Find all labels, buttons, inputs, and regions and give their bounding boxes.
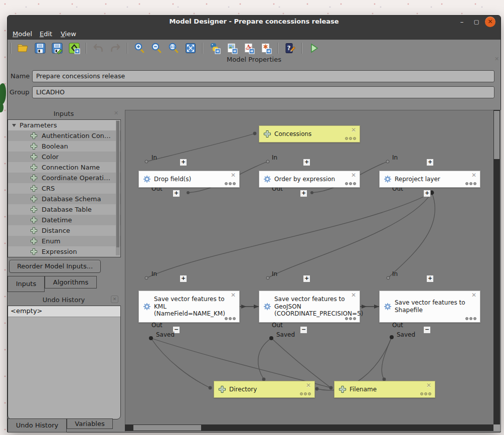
expand-socket-button[interactable]: + (426, 159, 434, 166)
in-socket-dot[interactable] (145, 276, 148, 279)
expand-socket-button[interactable]: + (180, 159, 187, 166)
save-model-in-project-icon[interactable] (68, 42, 81, 55)
tab-inputs[interactable]: Inputs (8, 276, 45, 292)
out-socket-dot[interactable] (187, 191, 190, 194)
node-comment-icon[interactable] (420, 392, 431, 395)
model-node-directory[interactable]: Directory ✕ (214, 381, 315, 398)
menu-view[interactable]: View (61, 30, 76, 38)
scrollbar-handle[interactable] (494, 111, 499, 159)
close-inputs-panel-icon[interactable]: ✕ (114, 110, 118, 116)
delete-node-icon[interactable]: ✕ (351, 292, 356, 299)
saved-socket-dot[interactable] (149, 336, 153, 340)
in-socket-dot[interactable] (386, 160, 389, 163)
node-comment-icon[interactable] (300, 392, 311, 395)
scrollbar-handle[interactable] (133, 425, 201, 430)
delete-node-icon[interactable]: ✕ (306, 382, 311, 389)
expand-socket-button[interactable]: + (180, 275, 187, 282)
tree-item[interactable]: Connection Name (8, 162, 120, 173)
expand-socket-button[interactable]: + (303, 275, 310, 282)
node-comment-icon[interactable] (465, 182, 476, 185)
node-comment-icon[interactable] (225, 317, 236, 320)
delete-node-icon[interactable]: ✕ (471, 292, 476, 299)
open-model-icon[interactable] (17, 42, 30, 55)
undo-icon[interactable] (92, 42, 105, 55)
node-comment-icon[interactable] (345, 137, 356, 140)
tree-item[interactable]: Authentication Con… (8, 130, 120, 141)
delete-node-icon[interactable]: ✕ (351, 172, 356, 179)
tree-item[interactable]: Coordinate Operati… (8, 173, 120, 183)
tab-algorithms[interactable]: Algorithms (45, 276, 97, 288)
model-node-concessions[interactable]: Concessions ✕ (259, 125, 360, 142)
delete-node-icon[interactable]: ✕ (231, 292, 236, 299)
in-socket-dot[interactable] (387, 276, 390, 279)
delete-node-icon[interactable]: ✕ (351, 126, 356, 133)
titlebar[interactable]: Model Designer - Prepare concessions rel… (8, 16, 500, 29)
model-node-drop-fields[interactable]: Drop field(s) ✕ (138, 171, 240, 188)
delete-node-icon[interactable]: ✕ (426, 382, 431, 389)
out-socket-dot[interactable] (310, 191, 313, 194)
close-undo-panel-icon[interactable]: ✕ (111, 296, 118, 303)
help-icon[interactable]: ? (283, 42, 296, 55)
close-properties-icon[interactable]: ✕ (494, 56, 499, 62)
tab-variables[interactable]: Variables (67, 418, 113, 429)
minimize-button[interactable]: – (457, 17, 467, 27)
model-node-save-geojson[interactable]: Save vector features to GeoJSON (COORDIN… (259, 291, 360, 323)
menu-edit[interactable]: Edit (40, 30, 52, 38)
menu-model[interactable]: Model (13, 30, 32, 38)
tree-item[interactable]: Database Table (8, 204, 120, 215)
saved-socket-dot[interactable] (390, 335, 394, 339)
tree-group-parameters[interactable]: Parameters (8, 120, 120, 130)
tree-item[interactable]: Distance (8, 225, 120, 236)
save-model-icon[interactable] (34, 42, 47, 55)
param-anchor-dot[interactable] (329, 386, 333, 390)
in-socket-dot[interactable] (266, 160, 269, 163)
tree-item[interactable]: Database Schema (8, 194, 120, 204)
in-socket-dot[interactable] (266, 276, 269, 279)
inputs-tree-scrollbar[interactable] (116, 120, 120, 255)
close-button[interactable]: ✕ (485, 17, 495, 27)
model-node-reproject-layer[interactable]: Reproject layer ✕ (379, 171, 480, 188)
tree-item[interactable]: Boolean (8, 141, 120, 152)
tree-item[interactable]: Expression (8, 246, 120, 257)
group-field[interactable]: LICADHO (32, 86, 494, 98)
param-anchor-dot[interactable] (253, 132, 257, 135)
zoom-actual-icon[interactable]: 1:1 (167, 42, 180, 55)
node-comment-icon[interactable] (345, 317, 356, 320)
zoom-full-icon[interactable] (184, 42, 197, 55)
tab-undo-history[interactable]: Undo History (8, 418, 67, 432)
reorder-model-inputs-button[interactable]: Reorder Model Inputs... (9, 260, 101, 273)
canvas-horizontal-scrollbar[interactable] (125, 424, 493, 431)
export-as-pdf-icon[interactable]: A (242, 42, 255, 55)
zoom-out-icon[interactable] (150, 42, 163, 55)
delete-node-icon[interactable]: ✕ (471, 172, 476, 179)
run-model-icon[interactable] (307, 42, 320, 55)
collapse-triangle-icon[interactable] (12, 124, 16, 127)
tree-item[interactable]: CRS (8, 183, 120, 194)
expand-socket-button[interactable]: + (426, 275, 434, 282)
undo-history-empty-item[interactable]: <empty> (8, 306, 120, 317)
model-node-save-kml[interactable]: Save vector features to KML (NameField=N… (138, 291, 240, 323)
delete-node-icon[interactable]: ✕ (231, 172, 236, 179)
tree-item[interactable]: Datetime (8, 215, 120, 225)
tree-item[interactable]: Enum (8, 236, 120, 246)
in-socket-dot[interactable] (145, 160, 148, 163)
node-comment-icon[interactable] (465, 317, 476, 320)
collapse-socket-button[interactable]: − (423, 326, 431, 334)
expand-socket-button[interactable]: + (423, 190, 431, 197)
model-node-filename[interactable]: Filename ✕ (334, 381, 435, 398)
param-anchor-dot[interactable] (315, 387, 319, 391)
maximize-button[interactable]: ▢ (471, 17, 481, 27)
saved-socket-dot[interactable] (269, 336, 273, 340)
expand-socket-button[interactable]: + (300, 190, 307, 197)
export-as-python-icon[interactable] (208, 42, 221, 55)
export-as-image-icon[interactable] (225, 42, 238, 55)
param-anchor-dot[interactable] (209, 386, 212, 390)
tree-item[interactable]: Color (8, 152, 120, 162)
collapse-socket-button[interactable]: − (300, 326, 307, 334)
export-as-svg-icon[interactable] (259, 42, 272, 55)
node-comment-icon[interactable] (225, 182, 236, 185)
node-comment-icon[interactable] (345, 182, 356, 185)
model-node-order-by-expression[interactable]: Order by expression ✕ (259, 171, 360, 188)
name-field[interactable]: Prepare concessions release (32, 70, 494, 82)
canvas-vertical-scrollbar[interactable] (493, 110, 500, 424)
